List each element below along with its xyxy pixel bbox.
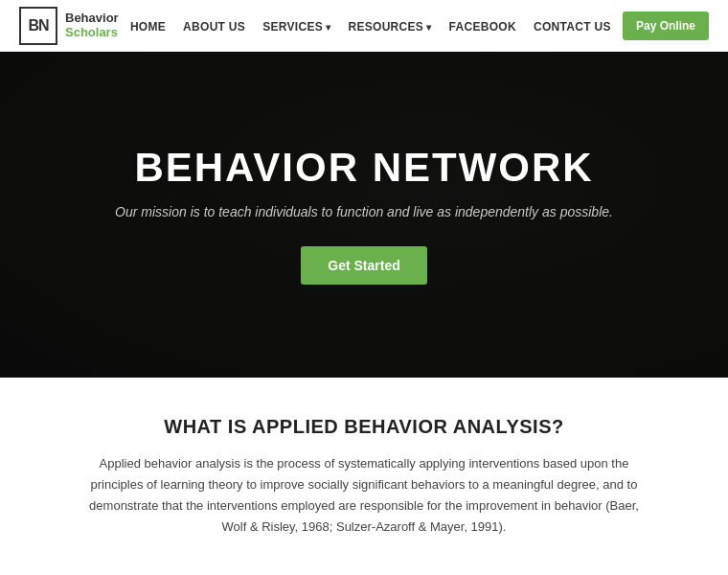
nav-item-facebook[interactable]: FACEBOOK [449, 17, 516, 34]
logo-line1: Behavior [65, 12, 119, 25]
nav-item-contact[interactable]: CONTACT US [534, 17, 611, 34]
hero-title: BEHAVIOR NETWORK [134, 145, 593, 191]
logo[interactable]: BN Behavior Scholars [19, 7, 119, 45]
nav-item-services[interactable]: SERVICES [262, 17, 330, 34]
aba-section: WHAT IS APPLIED BEHAVIOR ANALYSIS? Appli… [0, 378, 728, 575]
nav-link-facebook[interactable]: FACEBOOK [449, 20, 516, 34]
navbar: BN Behavior Scholars HOME ABOUT US SERVI… [0, 0, 728, 52]
hero-section: BEHAVIOR NETWORK Our mission is to teach… [0, 52, 728, 378]
nav-link-about[interactable]: ABOUT US [183, 20, 245, 34]
logo-initials: BN [28, 17, 48, 34]
nav-link-resources[interactable]: RESOURCES [348, 20, 431, 34]
logo-line2: Scholars [65, 26, 119, 39]
nav-links: HOME ABOUT US SERVICES RESOURCES FACEBOO… [130, 17, 611, 34]
nav-link-home[interactable]: HOME [130, 20, 166, 34]
nav-link-contact[interactable]: CONTACT US [534, 20, 611, 34]
nav-item-home[interactable]: HOME [130, 17, 166, 34]
get-started-button[interactable]: Get Started [301, 246, 426, 285]
aba-body: Applied behavior analysis is the process… [77, 453, 651, 538]
pay-online-button[interactable]: Pay Online [623, 12, 709, 40]
nav-item-resources[interactable]: RESOURCES [348, 17, 431, 34]
logo-text: Behavior Scholars [65, 12, 119, 39]
aba-heading: WHAT IS APPLIED BEHAVIOR ANALYSIS? [77, 416, 651, 438]
nav-link-services[interactable]: SERVICES [262, 20, 330, 34]
nav-item-about[interactable]: ABOUT US [183, 17, 245, 34]
hero-subtitle: Our mission is to teach individuals to f… [115, 204, 613, 219]
logo-icon: BN [19, 7, 57, 45]
